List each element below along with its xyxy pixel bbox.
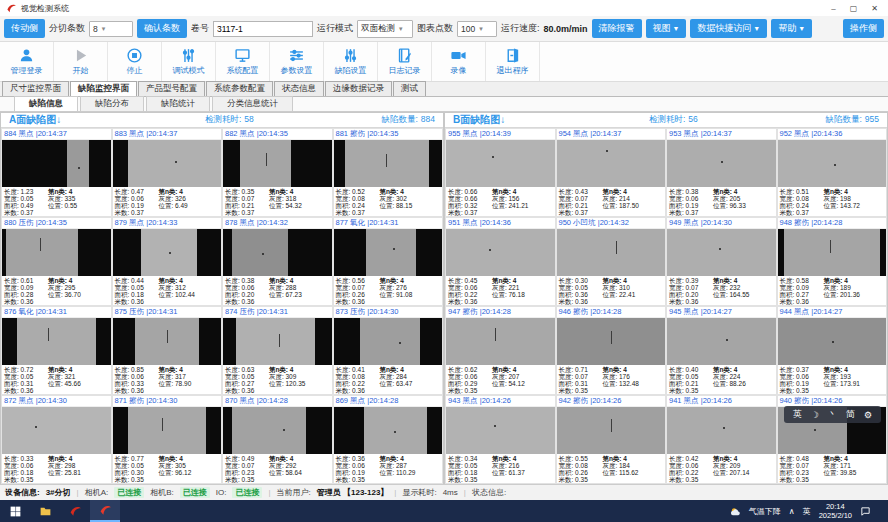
- defect-cell[interactable]: 946 擦伤 |20:14:28 长度: 0.71 宽度: 0.07 面积: 0…: [556, 306, 667, 395]
- maximize-button[interactable]: ▢: [850, 4, 858, 13]
- defect-cell[interactable]: 882 黑点 |20:14:35 长度: 0.35 宽度: 0.07 面积: 0…: [222, 128, 333, 217]
- tab-status-info[interactable]: 状态信息: [274, 81, 324, 96]
- meta-gray: 灰度: 216: [492, 462, 553, 469]
- main-tab-bar: 尺寸监控界面 缺陷监控界面 产品型号配置 系统参数配置 状态信息 边缘数据记录 …: [0, 82, 888, 97]
- defect-cell[interactable]: 952 黑点 |20:14:36 长度: 0.51 宽度: 0.08 面积: 0…: [777, 128, 888, 217]
- defect-cell[interactable]: 953 黑点 |20:14:37 长度: 0.38 宽度: 0.06 面积: 0…: [666, 128, 777, 217]
- record-video-button[interactable]: 录像: [432, 42, 486, 81]
- defect-cell[interactable]: 869 黑点 |20:14:28 长度: 0.36 宽度: 0.06 面积: 0…: [333, 395, 444, 484]
- run-mode-select[interactable]: 双面检测▾: [357, 20, 413, 38]
- file-explorer-button[interactable]: [30, 500, 60, 522]
- panel-b-grid: 955 黑点 |20:14:39 长度: 0.66 宽度: 0.66 面积: 0…: [445, 128, 887, 484]
- view-menu-button[interactable]: 视图: [646, 19, 687, 38]
- admin-login-button[interactable]: 管理登录: [0, 42, 54, 81]
- operator-side-button[interactable]: 操作侧: [843, 19, 884, 38]
- defect-cell[interactable]: 943 黑点 |20:14:26 长度: 0.34 宽度: 0.05 面积: 0…: [445, 395, 556, 484]
- close-button[interactable]: ✕: [871, 4, 878, 13]
- defect-cell[interactable]: 954 黑点 |20:14:37 长度: 0.43 宽度: 0.07 面积: 0…: [556, 128, 667, 217]
- defect-cell[interactable]: 945 黑点 |20:14:27 长度: 0.40 宽度: 0.05 面积: 0…: [666, 306, 777, 395]
- tab-class-info-stats[interactable]: 分类信息统计: [212, 96, 293, 111]
- weather-text[interactable]: 气温下降: [749, 506, 781, 517]
- slit-count-select[interactable]: 8▾: [89, 21, 133, 37]
- log-record-button[interactable]: 日志记录: [378, 42, 432, 81]
- input-language-indicator[interactable]: 英: [803, 506, 811, 517]
- chart-points-select[interactable]: 100▾: [457, 21, 497, 37]
- defect-cell[interactable]: 944 黑点 |20:14:27 长度: 0.37 宽度: 0.06 面积: 0…: [777, 306, 888, 395]
- defect-cell[interactable]: 955 黑点 |20:14:39 长度: 0.66 宽度: 0.66 面积: 0…: [445, 128, 556, 217]
- confirm-count-button[interactable]: 确认条数: [137, 19, 187, 38]
- ime-simplified-toggle[interactable]: 简: [846, 408, 855, 421]
- ime-settings-icon[interactable]: ⚙: [864, 410, 872, 420]
- defect-cell[interactable]: 949 黑点 |20:14:30 长度: 0.39 宽度: 0.07 面积: 0…: [666, 217, 777, 306]
- defect-cell[interactable]: 884 黑点 |20:14:37 长度: 1.23 宽度: 0.05 面积: 0…: [1, 128, 112, 217]
- tab-system-params[interactable]: 系统参数配置: [206, 81, 273, 96]
- defect-settings-button[interactable]: 缺陷设置: [324, 42, 378, 81]
- stop-button[interactable]: 停止: [108, 42, 162, 81]
- ime-lang-toggle[interactable]: 英: [793, 408, 802, 421]
- defect-mark: [386, 154, 387, 167]
- meta-width: 宽度: 0.06: [225, 284, 269, 291]
- tab-defect-stats[interactable]: 缺陷统计: [146, 96, 210, 111]
- ime-language-bar[interactable]: 英 ☽ 丶 简 ⚙: [784, 406, 881, 423]
- defect-image: [667, 407, 776, 454]
- roll-number-input[interactable]: [213, 21, 313, 37]
- defect-cell[interactable]: 878 黑点 |20:14:32 长度: 0.38 宽度: 0.06 面积: 0…: [222, 217, 333, 306]
- start-button[interactable]: [0, 500, 30, 522]
- defect-cell[interactable]: 872 黑点 |20:14:30 长度: 0.33 宽度: 0.06 面积: 0…: [1, 395, 112, 484]
- defect-mark: [830, 240, 831, 253]
- system-config-button[interactable]: 系统配置: [216, 42, 270, 81]
- help-menu-button[interactable]: 帮助: [771, 19, 812, 38]
- pinned-app-button[interactable]: [60, 500, 90, 522]
- defect-mark: [721, 161, 723, 163]
- tray-expand-chevron[interactable]: ∧: [789, 507, 795, 516]
- defect-cell[interactable]: 873 压伤 |20:14:30 长度: 0.41 宽度: 0.08 面积: 0…: [333, 306, 444, 395]
- defect-cell[interactable]: 948 擦伤 |20:14:28 长度: 0.58 宽度: 0.09 面积: 0…: [777, 217, 888, 306]
- tab-product-config[interactable]: 产品型号配置: [138, 81, 205, 96]
- taskbar-clock[interactable]: 20:14 2025/2/10: [819, 502, 852, 520]
- defect-cell[interactable]: 880 压伤 |20:14:35 长度: 0.61 宽度: 0.09 面积: 0…: [1, 217, 112, 306]
- defect-cell[interactable]: 875 压伤 |20:14:31 长度: 0.85 宽度: 0.06 面积: 0…: [112, 306, 223, 395]
- tab-defect-monitor[interactable]: 缺陷监控界面: [70, 81, 137, 96]
- minimize-button[interactable]: –: [831, 4, 835, 13]
- meta-meter: 米数: 0.36: [4, 387, 48, 394]
- defect-cell[interactable]: 941 黑点 |20:14:26 长度: 0.42 宽度: 0.06 面积: 0…: [666, 395, 777, 484]
- defect-meta: 长度: 0.44 宽度: 0.05 面积: 0.18 米数: 0.36 第n类:…: [113, 276, 222, 305]
- debug-mode-button[interactable]: 调试模式: [162, 42, 216, 81]
- meta-meter: 米数: 0.36: [115, 298, 159, 305]
- drive-side-button[interactable]: 传动侧: [4, 19, 45, 38]
- defect-cell[interactable]: 876 氧化 |20:14:31 长度: 0.72 宽度: 0.05 面积: 0…: [1, 306, 112, 395]
- ime-punct-toggle[interactable]: 丶: [828, 408, 837, 421]
- defect-cell-header: 942 擦伤 |20:14:26: [557, 396, 666, 407]
- notification-icon[interactable]: [860, 506, 871, 517]
- parameter-settings-button[interactable]: 参数设置: [270, 42, 324, 81]
- defect-cell[interactable]: 874 压伤 |20:14:31 长度: 0.63 宽度: 0.05 面积: 0…: [222, 306, 333, 395]
- inspection-app-button[interactable]: [90, 500, 120, 522]
- meta-width: 宽度: 0.05: [4, 373, 48, 380]
- defect-cell[interactable]: 877 氧化 |20:14:31 长度: 0.56 宽度: 0.07 面积: 0…: [333, 217, 444, 306]
- defect-image: [113, 318, 222, 365]
- tab-defect-info[interactable]: 缺陷信息: [14, 96, 78, 111]
- tab-edge-data[interactable]: 边缘数据记录: [325, 81, 392, 96]
- defect-mark: [40, 238, 41, 251]
- clear-alarm-button[interactable]: 清除报警: [592, 19, 642, 38]
- defect-cell[interactable]: 879 黑点 |20:14:33 长度: 0.44 宽度: 0.05 面积: 0…: [112, 217, 223, 306]
- tab-defect-distribution[interactable]: 缺陷分布: [80, 96, 144, 111]
- defect-cell[interactable]: 950 小凹坑 |20:14:32 长度: 0.30 宽度: 0.05 面积: …: [556, 217, 667, 306]
- defect-cell[interactable]: 951 黑点 |20:14:36 长度: 0.45 宽度: 0.06 面积: 0…: [445, 217, 556, 306]
- start-button[interactable]: 开始: [54, 42, 108, 81]
- defect-cell[interactable]: 870 黑点 |20:14:28 长度: 0.49 宽度: 0.07 面积: 0…: [222, 395, 333, 484]
- defect-cell[interactable]: 942 擦伤 |20:14:26 长度: 0.55 宽度: 0.08 面积: 0…: [556, 395, 667, 484]
- meta-area: 面积: 0.22: [669, 469, 713, 476]
- exit-program-button[interactable]: 退出程序: [486, 42, 540, 81]
- tab-test[interactable]: 测试: [393, 81, 426, 96]
- defect-cell[interactable]: 871 擦伤 |20:14:30 长度: 0.77 宽度: 0.05 面积: 0…: [112, 395, 223, 484]
- ime-moon-icon[interactable]: ☽: [811, 410, 819, 420]
- defect-meta: 长度: 0.77 宽度: 0.05 面积: 0.30 米数: 0.35 第n类:…: [113, 454, 222, 483]
- meta-position: 位置: 110.29: [379, 469, 440, 476]
- defect-cell[interactable]: 883 黑点 |20:14:37 长度: 0.47 宽度: 0.06 面积: 0…: [112, 128, 223, 217]
- data-quick-access-button[interactable]: 数据快捷访问: [690, 19, 767, 38]
- tab-size-monitor[interactable]: 尺寸监控界面: [2, 81, 69, 96]
- defect-cell[interactable]: 947 擦伤 |20:14:28 长度: 0.62 宽度: 0.06 面积: 0…: [445, 306, 556, 395]
- defect-cell[interactable]: 881 擦伤 |20:14:35 长度: 0.52 宽度: 0.08 面积: 0…: [333, 128, 444, 217]
- defect-cell-header: 875 压伤 |20:14:31: [113, 307, 222, 318]
